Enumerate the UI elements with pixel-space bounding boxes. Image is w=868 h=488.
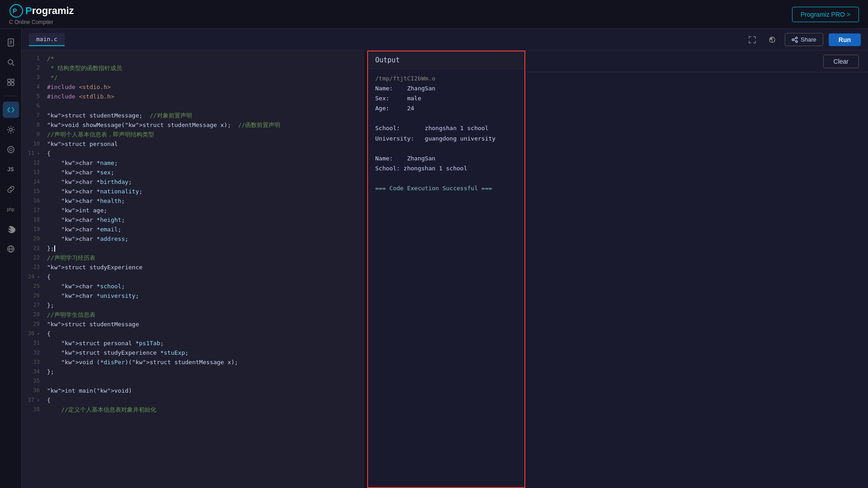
line-number: 17 — [25, 206, 40, 216]
output-line: /tmp/ftjtCI2bWm.o — [375, 75, 435, 82]
svg-rect-11 — [11, 83, 14, 85]
line-number: 38 — [25, 405, 40, 415]
line-number: 35 — [25, 377, 40, 386]
line-number: 12 — [25, 159, 40, 168]
logo: P Programiz — [9, 4, 74, 18]
line-number: 32 — [25, 348, 40, 358]
logo-text: Programiz — [25, 5, 74, 17]
line-number: 37 ▾ — [25, 396, 40, 405]
line-number: 8 — [25, 121, 40, 130]
expand-button[interactable] — [745, 33, 760, 46]
output-line: Sex: male — [375, 95, 421, 102]
output-line: Age: 24 — [375, 105, 414, 112]
line-number: 11 ▾ — [25, 149, 40, 159]
code-line: 37 ▾{ — [22, 396, 364, 405]
main-layout: JS php main.c — [0, 29, 868, 488]
code-line: 23"kw">struct studyExperience — [22, 263, 364, 272]
line-content: "kw">int main("kw">void) — [47, 386, 361, 396]
editor-toolbar: main.c — [22, 29, 868, 51]
sidebar-icon-grid[interactable] — [3, 74, 19, 90]
code-line: 31 "kw">struct personal *ps1Tab; — [22, 339, 364, 348]
output-panel: Output /tmp/ftjtCI2bWm.o Name: ZhangSan … — [367, 51, 525, 488]
line-number: 21 — [25, 244, 40, 253]
sidebar-icon-swift[interactable] — [3, 221, 19, 237]
sidebar-icon-link[interactable] — [3, 181, 19, 197]
line-content: { — [47, 329, 361, 339]
editor-output-area: 1/*2 * 结构类型的函数指针成员3 */4#include <stdio.h… — [22, 51, 868, 488]
code-editor[interactable]: 1/*2 * 结构类型的函数指针成员3 */4#include <stdio.h… — [22, 51, 364, 488]
code-line: 32 "kw">struct studyExperience *stuExp; — [22, 348, 364, 358]
code-line: 7"kw">struct studentMessage; //对象前置声明 — [22, 111, 364, 121]
code-line: 13 "kw">char *sex; — [22, 168, 364, 178]
line-number: 29 — [25, 320, 40, 329]
line-content: "kw">int age; — [47, 206, 361, 216]
code-line: 20 "kw">char *address; — [22, 235, 364, 244]
sidebar-icon-code[interactable] — [3, 102, 19, 118]
line-number: 2 — [25, 64, 40, 73]
line-number: 6 — [25, 102, 40, 111]
sidebar-icon-php[interactable]: php — [3, 201, 19, 217]
line-number: 28 — [25, 310, 40, 320]
code-line: 33 "kw">void (*disPer)("kw">struct stude… — [22, 358, 364, 367]
logo-area: P Programiz C Online Compiler — [9, 4, 74, 25]
code-line: 38 //定义个人基本信息表对象并初始化 — [22, 405, 364, 415]
sidebar: JS php — [0, 29, 22, 488]
output-line: Name: ZhangSan — [375, 155, 435, 162]
line-number: 31 — [25, 339, 40, 348]
sidebar-icon-globe[interactable] — [3, 241, 19, 257]
line-number: 19 — [25, 225, 40, 235]
svg-point-12 — [9, 128, 12, 131]
line-content: "kw">void (*disPer)("kw">struct studentM… — [47, 358, 361, 367]
code-line: 29"kw">struct studentMessage — [22, 320, 364, 329]
line-content: "kw">struct studentMessage; //对象前置声明 — [47, 111, 361, 121]
svg-text:P: P — [13, 7, 17, 14]
line-content: }; — [47, 301, 361, 310]
run-button[interactable]: Run — [829, 33, 861, 46]
line-number: 3 — [25, 73, 40, 83]
code-line: 36"kw">int main("kw">void) — [22, 386, 364, 396]
line-number: 22 — [25, 253, 40, 263]
line-number: 18 — [25, 216, 40, 225]
code-line: 4#include <stdio.h> — [22, 83, 364, 92]
svg-point-13 — [8, 146, 14, 153]
code-line: 1/* — [22, 54, 364, 64]
code-line: 22//声明学习经历表 — [22, 253, 364, 263]
sidebar-icon-file[interactable] — [3, 34, 19, 51]
line-content — [47, 377, 361, 386]
output-line: Name: ZhangSan — [375, 85, 435, 92]
line-content: "kw">struct personal — [47, 140, 361, 149]
sidebar-icon-circle[interactable] — [3, 141, 19, 158]
code-line: 26 "kw">char *university; — [22, 291, 364, 301]
right-panel: Clear — [525, 51, 868, 488]
code-line: 10"kw">struct personal — [22, 140, 364, 149]
code-line: 21}; — [22, 244, 364, 253]
line-content: "kw">char *nationality; — [47, 187, 361, 197]
svg-point-20 — [792, 39, 794, 41]
share-button[interactable]: Share — [785, 33, 823, 46]
line-content: */ — [47, 73, 361, 83]
line-content: #include <stdlib.h> — [47, 92, 361, 102]
pro-button[interactable]: Programiz PRO > — [792, 7, 859, 22]
code-line: 19 "kw">char *email; — [22, 225, 364, 235]
line-content: }; — [47, 367, 361, 377]
line-content: //声明学生信息表 — [47, 310, 361, 320]
header: P Programiz C Online Compiler Programiz … — [0, 0, 868, 29]
sidebar-icon-js[interactable]: JS — [3, 161, 19, 178]
line-number: 16 — [25, 197, 40, 206]
line-number: 14 — [25, 178, 40, 187]
file-tab[interactable]: main.c — [29, 33, 65, 46]
clear-button[interactable]: Clear — [823, 55, 859, 68]
line-content — [47, 102, 361, 111]
line-content: * 结构类型的函数指针成员 — [47, 64, 361, 73]
line-number: 1 — [25, 54, 40, 64]
svg-rect-10 — [8, 83, 10, 85]
code-line: 9//声明个人基本信息表，即声明结构类型 — [22, 130, 364, 140]
svg-point-19 — [796, 37, 797, 39]
theme-button[interactable] — [765, 33, 779, 46]
line-content: "kw">char *birthday; — [47, 178, 361, 187]
sidebar-icon-settings[interactable] — [3, 122, 19, 138]
sidebar-icon-search[interactable] — [3, 54, 19, 70]
line-content: "kw">char *university; — [47, 291, 361, 301]
logo-subtitle: C Online Compiler — [9, 19, 74, 25]
logo-icon: P — [9, 4, 24, 18]
